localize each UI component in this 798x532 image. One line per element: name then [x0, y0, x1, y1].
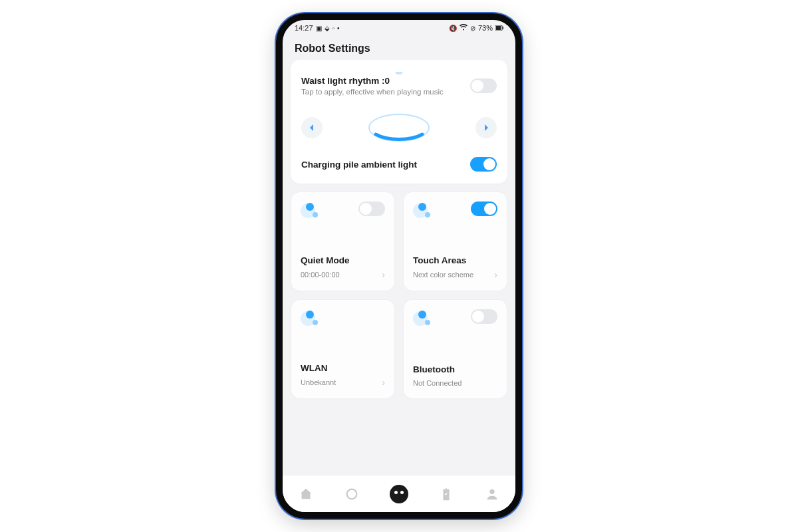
rhythm-carousel	[301, 108, 497, 148]
ring-preview-icon	[362, 108, 436, 148]
tab-home[interactable]	[297, 485, 315, 503]
quiet-mode-tile[interactable]: Quiet Mode 00:00-00:00 ›	[291, 192, 395, 291]
status-bar: 14:27 ▣ ⬙ ▫ • 🔇 ⊘ 73%	[283, 20, 515, 36]
circle-icon	[344, 487, 359, 501]
clipboard-icon	[439, 487, 454, 501]
wifi-icon	[460, 24, 467, 32]
svg-point-4	[347, 489, 357, 499]
touch-areas-title: Touch Areas	[413, 255, 497, 265]
touch-areas-sub: Next color scheme	[413, 270, 473, 279]
tab-profile[interactable]	[483, 485, 501, 503]
prev-button[interactable]	[301, 117, 323, 138]
no-sim-icon: ⊘	[470, 25, 475, 32]
pager-dots-icon	[301, 69, 497, 74]
bluetooth-toggle[interactable]	[471, 309, 497, 324]
chevron-right-icon: ›	[382, 377, 385, 388]
bluetooth-tile[interactable]: Bluetooth Not Connected	[403, 299, 507, 399]
tab-robot[interactable]	[390, 485, 408, 503]
content-scroll[interactable]: Waist light rhythm :0 Tap to apply, effe…	[283, 60, 515, 475]
mute-icon: 🔇	[449, 25, 457, 32]
quiet-mode-icon	[301, 201, 319, 220]
quiet-mode-sub: 00:00-00:00	[301, 270, 340, 279]
photo-icon: ▣	[316, 25, 322, 32]
chevron-right-icon	[483, 124, 489, 131]
svg-point-5	[490, 489, 495, 493]
bulb-icon: ⬙	[325, 25, 330, 32]
settings-grid: Quiet Mode 00:00-00:00 › Touch Areas	[291, 192, 507, 399]
screen: 14:27 ▣ ⬙ ▫ • 🔇 ⊘ 73% Robot Settings	[283, 20, 515, 512]
waist-light-title: Waist light rhythm :0	[301, 76, 444, 86]
tab-bar	[283, 475, 515, 512]
status-time: 14:27	[295, 24, 313, 32]
person-icon	[485, 487, 499, 501]
battery-icon	[495, 25, 503, 32]
quiet-mode-title: Quiet Mode	[301, 255, 385, 265]
chevron-right-icon: ›	[382, 269, 385, 280]
square-icon: ▫	[332, 25, 335, 32]
charging-light-toggle[interactable]	[470, 157, 497, 172]
svg-rect-1	[496, 26, 501, 30]
touch-areas-icon	[413, 201, 432, 220]
bluetooth-title: Bluetooth	[413, 364, 497, 374]
quiet-mode-toggle[interactable]	[358, 201, 385, 216]
waist-light-toggle[interactable]	[470, 78, 497, 93]
waist-light-row: Waist light rhythm :0 Tap to apply, effe…	[301, 76, 497, 96]
touch-areas-toggle[interactable]	[471, 201, 497, 216]
bluetooth-sub: Not Connected	[413, 378, 462, 388]
phone-frame: 14:27 ▣ ⬙ ▫ • 🔇 ⊘ 73% Robot Settings	[276, 13, 522, 519]
charging-light-title: Charging pile ambient light	[301, 160, 417, 170]
next-button[interactable]	[475, 117, 497, 138]
page-title: Robot Settings	[283, 36, 515, 60]
waist-light-sub: Tap to apply, effective when playing mus…	[301, 88, 444, 96]
touch-areas-tile[interactable]: Touch Areas Next color scheme ›	[403, 192, 507, 291]
status-battery: 73%	[478, 24, 493, 32]
wlan-tile[interactable]: WLAN Unbekannt ›	[291, 299, 395, 399]
charging-light-row: Charging pile ambient light	[301, 157, 497, 172]
chevron-right-icon: ›	[494, 269, 497, 280]
light-card: Waist light rhythm :0 Tap to apply, effe…	[291, 60, 507, 184]
tab-tasks[interactable]	[438, 485, 455, 503]
chevron-left-icon	[309, 124, 315, 131]
svg-rect-2	[503, 27, 504, 29]
wlan-icon	[301, 309, 319, 328]
home-icon	[299, 487, 313, 501]
bluetooth-icon	[413, 309, 432, 328]
dot-icon: •	[337, 25, 340, 32]
tab-discover[interactable]	[343, 485, 360, 503]
wlan-title: WLAN	[301, 363, 385, 373]
wlan-sub: Unbekannt	[301, 378, 336, 387]
